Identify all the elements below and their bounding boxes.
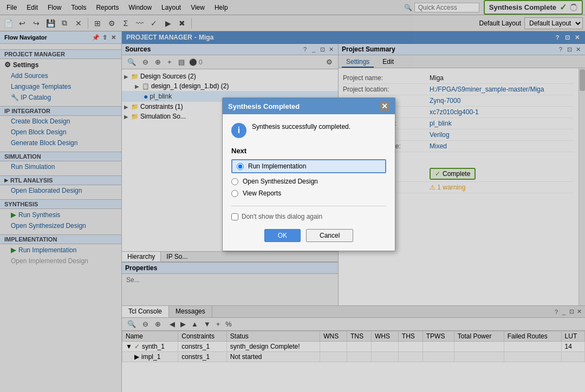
radio-run-impl-input[interactable] [237, 163, 244, 170]
dialog-cancel-button[interactable]: Cancel [306, 229, 353, 242]
dialog-overlay: Synthesis Completed ✕ i Synthesis succes… [0, 0, 585, 392]
dialog-info-section: i Synthesis successfully completed. [231, 123, 386, 138]
radio-open-synth-label[interactable]: Open Synthesized Design [243, 178, 318, 185]
radio-open-synthesized: Open Synthesized Design [231, 178, 386, 185]
dialog-title: Synthesis Completed [228, 102, 300, 110]
info-icon: i [231, 123, 246, 138]
dont-show-label[interactable]: Don't show this dialog again [242, 213, 322, 220]
dialog-radio-group: Run Implementation Open Synthesized Desi… [231, 159, 386, 197]
dialog-close-button[interactable]: ✕ [380, 101, 389, 111]
dialog-header: Synthesis Completed ✕ [223, 98, 395, 114]
radio-view-reports-input[interactable] [231, 190, 238, 197]
radio-open-synth-input[interactable] [231, 178, 238, 185]
dont-show-checkbox[interactable] [231, 213, 238, 220]
radio-run-impl-label[interactable]: Run Implementation [248, 162, 306, 170]
dialog-buttons: OK Cancel [231, 229, 386, 242]
dialog-next-label: Next [231, 147, 386, 155]
radio-run-implementation: Run Implementation [231, 159, 386, 173]
dialog-checkbox-row: Don't show this dialog again [231, 206, 386, 220]
synthesis-completed-dialog: Synthesis Completed ✕ i Synthesis succes… [222, 97, 395, 251]
dialog-ok-button[interactable]: OK [264, 229, 301, 242]
radio-view-reports: View Reports [231, 190, 386, 197]
dialog-info-text: Synthesis successfully completed. [252, 123, 350, 130]
dialog-body: i Synthesis successfully completed. Next… [223, 114, 395, 251]
radio-view-reports-label[interactable]: View Reports [243, 190, 281, 197]
